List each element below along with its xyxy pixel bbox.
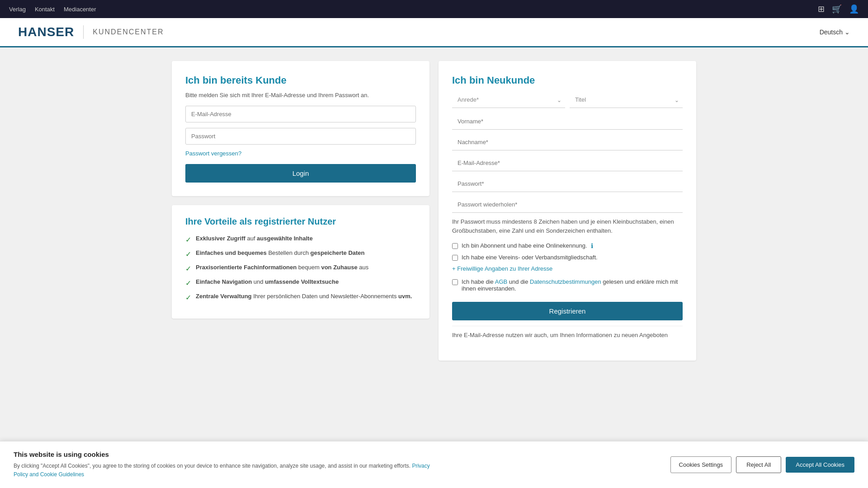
new-customer-panel: Ich bin Neukunde Anrede* Herr Frau Titel…: [439, 61, 696, 361]
top-nav-links: Verlag Kontakt Mediacenter: [9, 6, 96, 13]
benefit-item-3: ✓ Praxisorientierte Fachinformationen be…: [185, 264, 416, 273]
vereins-checkbox-row: Ich habe eine Vereins- oder Verbandsmitg…: [452, 254, 683, 261]
benefit-item-2: ✓ Einfaches und bequemes Bestellen durch…: [185, 249, 416, 258]
main-content: Ich bin bereits Kunde Bitte melden Sie s…: [163, 61, 705, 361]
info-icon-abonnent[interactable]: ℹ: [591, 242, 593, 249]
kontakt-link[interactable]: Kontakt: [35, 6, 55, 13]
forgot-password-link[interactable]: Passwort vergessen?: [185, 150, 416, 157]
benefit-text-1: Exklusiver Zugriff auf ausgewählte Inhal…: [196, 235, 313, 242]
check-icon-2: ✓: [185, 250, 191, 258]
user-icon[interactable]: 👤: [849, 4, 859, 14]
verlag-link[interactable]: Verlag: [9, 6, 26, 13]
login-panel: Ich bin bereits Kunde Bitte melden Sie s…: [172, 61, 429, 196]
benefit-item-1: ✓ Exklusiver Zugriff auf ausgewählte Inh…: [185, 235, 416, 244]
agb-checkbox-row: Ich habe die AGB und die Datenschutzbest…: [452, 278, 683, 292]
login-subtitle: Bitte melden Sie sich mit Ihrer E-Mail-A…: [185, 92, 416, 99]
chevron-down-icon: ⌄: [844, 28, 850, 36]
benefits-title: Ihre Vorteile als registrierter Nutzer: [185, 216, 416, 227]
email-note: Ihre E-Mail-Adresse nutzen wir auch, um …: [452, 326, 683, 340]
benefit-text-5: Zentrale Verwaltung Ihrer persönlichen D…: [196, 293, 412, 300]
voluntary-link[interactable]: Freiwillige Angaben zu Ihrer Adresse: [452, 265, 683, 272]
benefit-text-2: Einfaches und bequemes Bestellen durch g…: [196, 249, 365, 256]
abonnent-checkbox[interactable]: [452, 243, 458, 249]
vereins-label: Ich habe eine Vereins- oder Verbandsmitg…: [462, 254, 598, 261]
vorname-input[interactable]: [452, 113, 683, 130]
nachname-input[interactable]: [452, 134, 683, 150]
benefits-panel: Ihre Vorteile als registrierter Nutzer ✓…: [172, 205, 429, 319]
site-header: HANSER KUNDENCENTER Deutsch ⌄: [0, 18, 868, 47]
benefit-item-5: ✓ Zentrale Verwaltung Ihrer persönlichen…: [185, 293, 416, 302]
check-icon-1: ✓: [185, 235, 191, 244]
new-customer-title: Ich bin Neukunde: [452, 75, 683, 86]
anrede-titel-row: Anrede* Herr Frau Titel Dr. Prof. Prof. …: [452, 92, 683, 108]
logo-hanser: HANSER: [18, 25, 74, 39]
top-nav-icons: ⊞ 🛒 👤: [818, 4, 859, 14]
login-title: Ich bin bereits Kunde: [185, 75, 416, 86]
grid-icon[interactable]: ⊞: [818, 4, 825, 14]
abonnent-label: Ich bin Abonnent und habe eine Onlineken…: [462, 242, 587, 249]
cart-icon[interactable]: 🛒: [832, 4, 842, 14]
benefit-item-4: ✓ Einfache Navigation und umfassende Vol…: [185, 278, 416, 287]
benefit-text-3: Praxisorientierte Fachinformationen bequ…: [196, 264, 368, 271]
language-selector[interactable]: Deutsch ⌄: [820, 28, 850, 36]
anrede-select-wrap: Anrede* Herr Frau: [452, 92, 565, 108]
agb-link[interactable]: AGB: [495, 278, 507, 285]
benefit-text-4: Einfache Navigation und umfassende Vollt…: [196, 278, 339, 285]
password-confirm-input[interactable]: [452, 197, 683, 213]
datenschutz-link[interactable]: Datenschutzbestimmungen: [530, 278, 601, 285]
password-input[interactable]: [185, 128, 416, 145]
top-navigation: Verlag Kontakt Mediacenter ⊞ 🛒 👤: [0, 0, 868, 18]
right-panel: Ich bin Neukunde Anrede* Herr Frau Titel…: [439, 61, 696, 361]
logo-divider: [83, 25, 84, 39]
anrede-select[interactable]: Anrede* Herr Frau: [452, 92, 565, 108]
check-icon-4: ✓: [185, 279, 191, 287]
new-email-input[interactable]: [452, 155, 683, 171]
titel-select[interactable]: Titel Dr. Prof. Prof. Dr.: [570, 92, 683, 108]
language-label: Deutsch: [820, 28, 843, 36]
mediacenter-link[interactable]: Mediacenter: [64, 6, 96, 13]
check-icon-3: ✓: [185, 264, 191, 273]
new-password-input[interactable]: [452, 176, 683, 192]
logo-kundencenter: KUNDENCENTER: [93, 28, 164, 36]
email-input[interactable]: [185, 106, 416, 122]
register-button[interactable]: Registrieren: [452, 302, 683, 320]
password-note: Ihr Passwort muss mindestens 8 Zeichen h…: [452, 217, 683, 235]
agb-text: Ich habe die AGB und die Datenschutzbest…: [462, 278, 683, 292]
left-panel: Ich bin bereits Kunde Bitte melden Sie s…: [172, 61, 429, 361]
logo: HANSER KUNDENCENTER: [18, 25, 164, 39]
agb-checkbox[interactable]: [452, 279, 458, 285]
vereins-checkbox[interactable]: [452, 255, 458, 261]
titel-select-wrap: Titel Dr. Prof. Prof. Dr.: [570, 92, 683, 108]
login-button[interactable]: Login: [185, 164, 416, 183]
abonnent-checkbox-row: Ich bin Abonnent und habe eine Onlineken…: [452, 242, 683, 249]
check-icon-5: ✓: [185, 293, 191, 302]
